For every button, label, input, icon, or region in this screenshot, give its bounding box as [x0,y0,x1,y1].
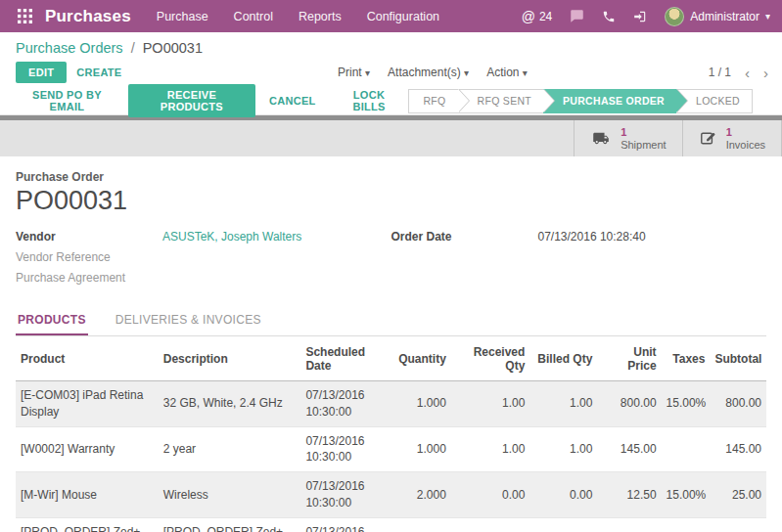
table-row[interactable]: [M-Wir] Mouse Wireless 07/13/2016 10:30:… [16,472,766,518]
col-subtotal: Subtotal [710,336,766,381]
order-date-value: 07/13/2016 10:28:40 [538,230,646,244]
col-received-qty: Received Qty [451,336,530,381]
breadcrumb-separator: / [131,40,135,56]
order-lines-table: Product Description Scheduled Date Quant… [16,336,766,532]
chevron-down-icon: ▾ [464,67,469,78]
truck-icon [590,130,612,147]
purchase-agreement-label: Purchase Agreement [16,271,162,285]
shipment-count: 1 [621,126,666,139]
send-po-by-email-button[interactable]: SEND PO BY EMAIL [10,84,124,117]
vendor-label: Vendor [16,230,162,244]
app-title[interactable]: Purchases [45,7,131,26]
main-menu: Purchase Control Reports Configuration [157,10,439,23]
col-description: Description [159,336,301,381]
control-panel: EDIT CREATE Print ▾ Attachment(s) ▾ Acti… [0,58,782,87]
apps-grid-icon[interactable] [12,4,37,29]
col-quantity: Quantity [391,336,450,381]
receive-products-button[interactable]: RECEIVE PRODUCTS [128,84,255,117]
tab-deliveries-invoices[interactable]: DELIVERIES & INVOICES [114,307,263,335]
stat-button-band: 1 Shipment 1 Invoices [0,120,782,156]
cancel-button[interactable]: CANCEL [259,90,326,111]
menu-control[interactable]: Control [234,10,273,23]
print-dropdown[interactable]: Print ▾ [338,66,370,79]
user-name: Administrator [690,10,759,23]
edit-button[interactable]: EDIT [16,62,67,83]
status-pipeline: RFQ RFQ SENT PURCHASE ORDER LOCKED [408,89,753,113]
sign-in-icon[interactable] [633,10,647,23]
col-product: Product [16,336,159,381]
user-menu[interactable]: Administrator ▾ [665,7,770,26]
table-row[interactable]: [E-COM03] iPad Retina Display 32 GB, Whi… [16,381,766,427]
menu-purchase[interactable]: Purchase [157,10,208,23]
form-statusbar: SEND PO BY EMAIL RECEIVE PRODUCTS CANCEL… [0,87,782,115]
col-unit-price: Unit Price [597,336,661,381]
top-navbar: Purchases Purchase Control Reports Confi… [0,0,782,32]
avatar [665,7,684,26]
field-grid: Vendor ASUSTeK, Joseph Walters Vendor Re… [16,230,766,291]
breadcrumb-current: PO00031 [143,40,203,56]
invoices-count: 1 [726,126,765,139]
lock-bills-button[interactable]: LOCK BILLS [330,84,409,117]
invoices-label: Invoices [726,139,765,152]
shipment-label: Shipment [621,139,666,152]
phone-icon[interactable] [602,10,616,23]
messages-count: 24 [539,10,552,23]
menu-reports[interactable]: Reports [299,10,342,23]
table-header-row: Product Description Scheduled Date Quant… [16,336,766,381]
chat-icon[interactable] [570,9,584,23]
invoices-stat-button[interactable]: 1 Invoices [682,120,782,156]
action-dropdown[interactable]: Action ▾ [486,66,528,79]
stage-purchase-order[interactable]: PURCHASE ORDER [543,89,676,113]
col-taxes: Taxes [662,336,711,381]
chevron-down-icon: ▾ [765,11,770,22]
chevron-down-icon: ▾ [523,67,528,78]
edit-note-icon [699,130,717,147]
chevron-down-icon: ▾ [365,67,370,78]
form-sheet: Purchase Order PO00031 Vendor ASUSTeK, J… [0,156,782,532]
create-button[interactable]: CREATE [67,62,131,83]
breadcrumb-purchase-orders[interactable]: Purchase Orders [16,40,123,56]
at-icon: @ [522,9,535,24]
menu-configuration[interactable]: Configuration [367,10,439,23]
stage-rfq-sent[interactable]: RFQ SENT [458,89,543,113]
col-scheduled-date: Scheduled Date [300,336,391,381]
breadcrumb: Purchase Orders / PO00031 [0,32,782,58]
pager: 1 / 1 ‹ › [709,66,768,80]
vendor-value-link[interactable]: ASUSTeK, Joseph Walters [162,230,301,244]
attachments-dropdown[interactable]: Attachment(s) ▾ [388,66,469,79]
col-billed-qty: Billed Qty [529,336,597,381]
table-row[interactable]: [W0002] Warranty 2 year 07/13/2016 10:30… [16,426,766,472]
pager-previous-icon[interactable]: ‹ [745,66,750,80]
sheet-label: Purchase Order [16,170,766,184]
stage-rfq[interactable]: RFQ [408,89,457,113]
tab-products[interactable]: PRODUCTS [16,307,88,335]
messages-menu[interactable]: @ 24 [522,9,553,24]
shipment-stat-button[interactable]: 1 Shipment [574,120,681,156]
vendor-reference-label: Vendor Reference [16,250,162,264]
notebook-tabs: PRODUCTS DELIVERIES & INVOICES [16,307,766,336]
pager-next-icon[interactable]: › [763,66,768,80]
pager-counter: 1 / 1 [709,66,731,79]
order-date-label: Order Date [391,230,538,244]
table-row[interactable]: [PROD_ORDER] Zed+ Antivirus [PROD_ORDER]… [16,517,766,532]
page-title: PO00031 [16,186,766,216]
